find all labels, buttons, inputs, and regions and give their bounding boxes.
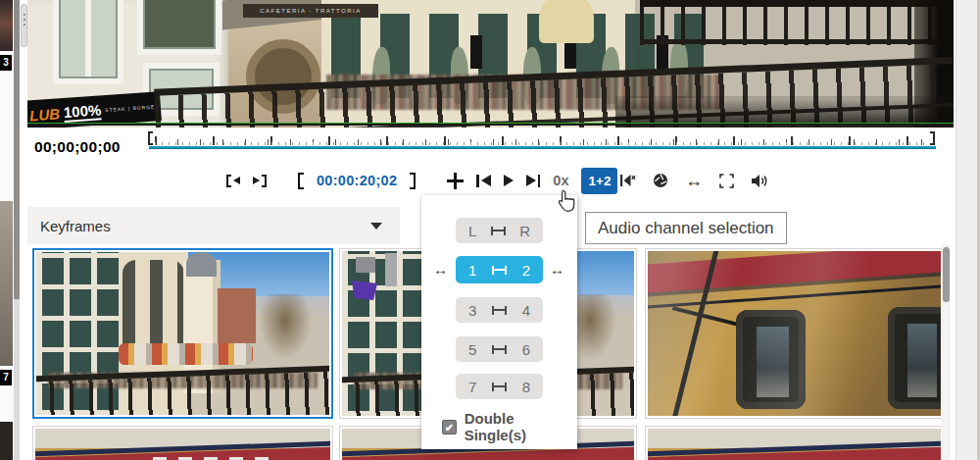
thumb-flag bbox=[352, 281, 377, 300]
bracket-icon bbox=[262, 175, 267, 187]
play-icon bbox=[504, 175, 514, 186]
keyframe-thumbnail-selected[interactable] bbox=[32, 248, 333, 419]
volume-button[interactable] bbox=[751, 171, 769, 190]
add-marker-button[interactable] bbox=[447, 173, 464, 189]
thumb-flag bbox=[356, 257, 375, 273]
channel-link-icon bbox=[492, 345, 507, 354]
grid-scrollbar[interactable] bbox=[942, 245, 951, 460]
thumb-tree bbox=[259, 294, 312, 359]
goto-previous-event-button[interactable] bbox=[226, 171, 240, 190]
club-sign-text: LUB bbox=[29, 105, 61, 124]
edge-thumbnail[interactable] bbox=[0, 422, 13, 460]
left-scrollbar[interactable] bbox=[14, 0, 20, 460]
transport-bar: 00:00:20;02 0x 1+2 bbox=[226, 166, 617, 195]
grid-scrollbar-thumb[interactable] bbox=[943, 247, 950, 302]
shift-channels-right-icon[interactable]: ↔ bbox=[550, 260, 564, 280]
horizontal-pan-button[interactable]: ↔ bbox=[685, 172, 703, 189]
channel-link-icon bbox=[491, 227, 506, 235]
channel-left-label: 5 bbox=[468, 341, 476, 358]
bar-icon bbox=[476, 175, 479, 187]
channel-link-icon bbox=[492, 306, 507, 315]
fullscreen-button[interactable] bbox=[719, 171, 734, 190]
mute-icon bbox=[619, 174, 636, 187]
club-sign-percent: 100% bbox=[63, 101, 102, 123]
left-triangle-icon bbox=[233, 177, 240, 184]
mark-in-icon[interactable] bbox=[298, 173, 304, 189]
right-triangle-icon bbox=[526, 175, 536, 186]
keyframes-dropdown-value: Keyframes bbox=[40, 218, 111, 234]
skip-to-start-button[interactable] bbox=[476, 171, 491, 190]
fullscreen-icon bbox=[719, 174, 734, 188]
left-scrollbar-thumb[interactable] bbox=[14, 0, 20, 299]
audio-option-L-R[interactable]: L R bbox=[456, 218, 543, 243]
aperture-icon bbox=[653, 173, 668, 188]
edge-thumbnail-badge: 3 bbox=[0, 55, 12, 71]
thumb-building bbox=[218, 288, 256, 343]
edge-thumbnail[interactable] bbox=[0, 0, 13, 51]
keyframe-thumbnail[interactable] bbox=[645, 426, 944, 460]
thumb-umbrellas bbox=[119, 343, 254, 365]
channel-right-label: 2 bbox=[522, 262, 530, 279]
position-timecode: 00;00;00;00 bbox=[34, 138, 121, 156]
audio-option-7-8[interactable]: 7 8 bbox=[456, 374, 543, 399]
timeline-ruler[interactable] bbox=[155, 136, 929, 145]
thumb-gloss bbox=[648, 251, 941, 416]
club-sign-subtext: STEAK | BURGER bbox=[105, 103, 160, 113]
video-content-bridge bbox=[640, 0, 954, 45]
goto-next-event-button[interactable] bbox=[253, 171, 267, 190]
audio-option-5-6[interactable]: 5 6 bbox=[456, 336, 543, 362]
audio-option-1-2-selected[interactable]: 1 2 bbox=[456, 256, 543, 283]
audio-channel-menu: L R ↔ 1 2 ↔ 3 4 5 6 7 8 ✔ Double Single(… bbox=[421, 195, 577, 449]
thumb-tram-signs bbox=[153, 457, 276, 460]
video-safe-area-line bbox=[27, 123, 954, 126]
channel-left-label: 1 bbox=[468, 262, 476, 279]
tooltip: Audio channel selection bbox=[585, 212, 787, 244]
player-viewport[interactable]: LUB 100% STEAK | BURGER CAFETERIA - TRAT… bbox=[27, 0, 954, 128]
double-singles-checkbox-row[interactable]: ✔ Double Single(s) bbox=[442, 410, 577, 443]
mark-out-icon[interactable] bbox=[410, 173, 416, 189]
channel-right-label: 8 bbox=[522, 379, 530, 395]
video-content-window bbox=[53, 0, 123, 84]
timeline-out-bracket bbox=[930, 131, 935, 145]
channel-right-label: 6 bbox=[522, 341, 530, 358]
thumbnail-image bbox=[648, 251, 941, 416]
left-triangle-icon bbox=[481, 175, 491, 186]
thumbnail-image bbox=[36, 252, 329, 415]
keyframe-thumbnail[interactable] bbox=[645, 248, 944, 419]
audio-channel-button[interactable]: 1+2 bbox=[581, 168, 617, 194]
bracket-icon bbox=[226, 175, 231, 187]
aperture-settings-button[interactable] bbox=[653, 171, 668, 190]
playback-speed-indicator[interactable]: 0x bbox=[553, 173, 568, 188]
mute-button[interactable] bbox=[619, 171, 636, 190]
thumbnail-image bbox=[648, 429, 941, 460]
channel-right-label: R bbox=[519, 223, 530, 239]
transport-bar-right: ↔ bbox=[619, 166, 769, 195]
channel-left-label: L bbox=[468, 223, 476, 239]
thumbnail-image bbox=[35, 429, 330, 460]
checkbox-label: Double Single(s) bbox=[465, 410, 577, 443]
channel-right-label: 4 bbox=[522, 302, 530, 319]
channel-link-icon bbox=[492, 383, 507, 391]
channel-left-label: 7 bbox=[468, 379, 476, 395]
keyframe-thumbnail[interactable] bbox=[32, 426, 333, 460]
keyframes-dropdown[interactable]: Keyframes bbox=[27, 207, 400, 244]
video-content-cafeteria-sign: CAFETERIA - TRATTORIA bbox=[243, 4, 378, 18]
audio-option-3-4[interactable]: 3 4 bbox=[456, 297, 543, 323]
right-triangle-icon bbox=[253, 177, 260, 184]
chevron-down-icon bbox=[370, 223, 382, 230]
edge-thumbnail-badge: 7 bbox=[0, 370, 12, 385]
right-edge-panel bbox=[956, 0, 980, 460]
thumb-flag bbox=[385, 253, 397, 286]
timeline-track[interactable] bbox=[149, 146, 936, 149]
panel-splitter-grip[interactable] bbox=[21, 4, 27, 47]
checkbox-checked-icon[interactable]: ✔ bbox=[442, 420, 457, 434]
duration-timecode[interactable]: 00:00:20;02 bbox=[317, 173, 397, 188]
play-button[interactable] bbox=[504, 171, 514, 190]
edge-thumbnail[interactable] bbox=[0, 201, 13, 366]
app-window: 3 7 LUB 100% STEAK | BURGER CAFETERIA - … bbox=[0, 0, 980, 460]
skip-to-end-button[interactable] bbox=[526, 171, 541, 190]
video-content-menu-board bbox=[470, 35, 482, 69]
left-edge-panel: 3 7 bbox=[0, 0, 14, 460]
shift-channels-left-icon[interactable]: ↔ bbox=[433, 260, 448, 280]
grip-dots-icon bbox=[24, 14, 25, 16]
